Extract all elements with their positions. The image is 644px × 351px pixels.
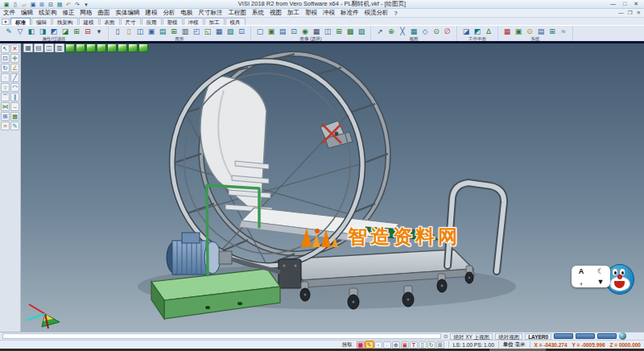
undo-icon[interactable]: ↶ [64,1,72,8]
copy-icon[interactable]: ⊞ [1,112,10,121]
save-icon[interactable]: ▣ [29,1,37,8]
view-cross-icon[interactable]: ╳ [398,27,407,36]
menu-item-13[interactable]: 视图 [270,9,282,17]
maximize-button[interactable]: □ [623,1,626,7]
search-icon[interactable]: ⊙ [444,334,448,340]
menu-item-11[interactable]: 工程图 [229,9,247,17]
ime-punctuation-icon[interactable]: , [580,278,583,286]
layer-quick-button-3[interactable] [597,333,617,339]
ribbon-tab-1[interactable]: 编辑 [31,18,52,25]
shade-mode-icon[interactable]: ▤ [34,43,43,52]
ribbon-tab-10[interactable]: 模具 [225,18,246,25]
menu-item-12[interactable]: 系统 [252,9,264,17]
menu-item-8[interactable]: 分析 [163,9,175,17]
menu-item-7[interactable]: 建模 [146,9,158,17]
rotate-view-icon[interactable]: ↻ [1,64,10,72]
view-back-icon[interactable] [97,43,106,52]
mdi-close-button[interactable]: ✕ [637,10,641,16]
remove-filter-icon[interactable]: ⊟ [83,27,93,36]
ribbon-tab-4[interactable]: 表面 [100,18,120,25]
ribbon-tab-2[interactable]: 线架构 [52,18,78,25]
measure-icon[interactable]: ∠ [10,64,19,72]
select-box-icon[interactable]: ▢ [255,27,265,36]
ribbon-tab-7[interactable]: 塑模 [163,18,183,25]
attr-copy-icon[interactable]: ◧ [27,27,36,36]
snap-doc-icon[interactable]: ▯ [419,341,427,349]
viewport[interactable]: ▦▤◫▥ 智造资料网 [21,43,644,332]
attribute-pen-icon[interactable]: ✎ [4,27,14,36]
zoom-window-icon[interactable]: ⊡ [1,54,10,63]
menu-item-6[interactable]: 实体编辑 [116,9,140,17]
close-button[interactable]: ✕ [634,1,638,7]
view-reference-chip[interactable]: 绝对视图 [495,333,522,340]
view-diamond-icon[interactable]: ◇ [420,27,430,36]
active-layer-chip[interactable]: LAYER0 [525,333,551,340]
system-settings-icon[interactable]: ⊙ [525,27,535,36]
print-icon[interactable]: ⊟ [47,1,55,8]
ime-moon-icon[interactable]: ☾ [597,267,604,275]
mdi-minimize-button[interactable]: — [618,10,624,16]
menu-item-15[interactable]: 塑模 [305,9,317,17]
snap-grid-icon[interactable]: ▦ [357,341,365,349]
view-clear-icon[interactable]: ∅ [443,27,452,36]
screen-icon[interactable]: ⊡ [237,27,246,36]
menu-item-14[interactable]: 加工 [287,9,299,17]
menu-item-10[interactable]: 尺寸标注 [199,9,223,17]
system-list-icon[interactable]: ▤ [536,27,546,36]
command-input[interactable] [2,333,441,339]
redo-icon[interactable]: ↷ [73,1,81,8]
view-all-icon[interactable]: ⊕ [386,27,396,36]
ribbon-tab-5[interactable]: 尺寸 [121,18,141,25]
display-split-icon[interactable]: ◫ [323,27,332,36]
arc-icon[interactable]: ◠ [10,83,19,92]
mdi-restore-button[interactable]: ❐ [628,10,633,16]
attr-paste-icon[interactable]: ◨ [38,27,47,36]
quick-access-dropdown-icon[interactable]: ▾ [82,1,90,8]
open-file-icon[interactable]: ▱ [20,1,28,8]
system-palette-icon[interactable]: ▦ [502,27,512,36]
hatch-icon[interactable]: ▧ [225,27,235,36]
model-tree-icon[interactable]: ⊞ [169,27,179,36]
menu-item-2[interactable]: 线架构 [39,9,57,17]
workplane-delta-icon[interactable]: ∆ [484,27,493,36]
system-add-icon[interactable]: ⊞ [547,27,557,36]
layer-quick-button-1[interactable] [554,333,573,339]
ribbon-tab-3[interactable]: 建模 [79,18,99,25]
frame-icon[interactable]: ◰ [192,27,201,36]
circle-icon[interactable]: ○ [1,83,10,92]
menu-item-18[interactable]: 模流分析 [365,9,389,17]
select-solid-icon[interactable]: ▣ [266,27,276,36]
view-axon-icon[interactable] [138,43,148,52]
select-face-icon[interactable]: ▤ [278,27,287,36]
edit-geometry-icon[interactable]: ✎ [10,122,19,130]
view-left-icon[interactable] [107,43,117,52]
ribbon-tab-8[interactable]: 冲模 [184,18,204,25]
view-iso-icon[interactable] [65,43,75,52]
view-right-icon[interactable] [118,43,127,52]
section-mode-icon[interactable]: ▥ [55,43,64,52]
view-top-icon[interactable] [76,43,85,52]
ribbon-tab-6[interactable]: 应用 [142,18,162,25]
menu-item-19[interactable]: ? [394,10,398,17]
snap-edit-icon[interactable]: ✎ [365,341,374,349]
snap-node-icon[interactable]: ∙ [383,341,391,349]
view-center-icon[interactable]: ⊙ [431,27,441,36]
workplane-icon[interactable]: ◪ [461,27,471,36]
menu-item-0[interactable]: 文件 [3,9,15,17]
menu-item-16[interactable]: 冲模 [323,9,335,17]
display-shade-icon[interactable]: ▩ [345,27,355,36]
ime-language-key[interactable]: A [579,267,584,275]
display-add-icon[interactable]: ⊞ [334,27,344,36]
system-wave-icon[interactable]: ≈ [559,27,568,36]
snap-text-icon[interactable]: T [410,341,418,349]
app-icon[interactable]: ▣ [2,1,10,8]
grid-toggle-icon[interactable]: ⊞ [436,341,444,349]
pattern-icon[interactable]: ▦ [10,112,19,121]
fillet-icon[interactable]: ⌒ [1,93,10,101]
insert-drawing-icon[interactable]: ◫ [135,27,145,36]
globe-icon[interactable] [619,332,626,340]
intersect-icon[interactable]: ⋈ [1,102,10,111]
sheet-icon[interactable]: ▥ [180,27,190,36]
new-file-icon[interactable]: ▯ [11,1,19,8]
wireframe-mode-icon[interactable]: ◫ [44,43,54,52]
